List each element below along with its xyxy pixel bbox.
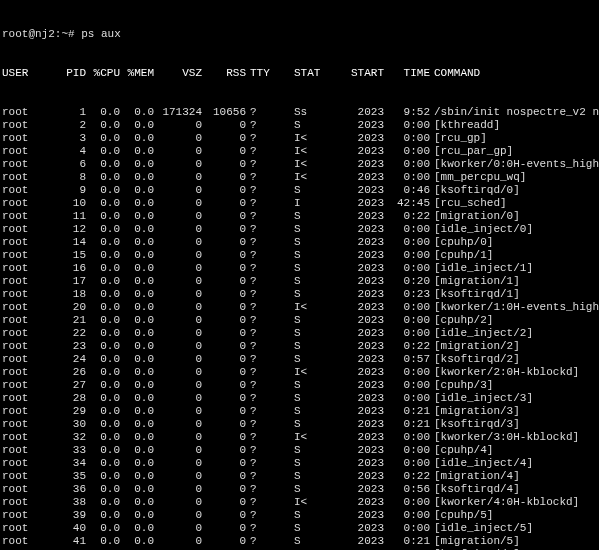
cell-command: [cpuhp/5] <box>430 509 493 522</box>
cell-start: 2023 <box>344 119 384 132</box>
ps-row: root400.00.000?S20230:00[idle_inject/5] <box>2 522 597 535</box>
cell-stat: S <box>268 483 344 496</box>
cell-tty: ? <box>246 119 268 132</box>
cell-cpu: 0.0 <box>86 197 120 210</box>
cell-stat: S <box>268 275 344 288</box>
cell-mem: 0.0 <box>120 197 154 210</box>
cell-mem: 0.0 <box>120 288 154 301</box>
cell-user: root <box>2 301 44 314</box>
cell-time: 42:45 <box>384 197 430 210</box>
cell-cpu: 0.0 <box>86 496 120 509</box>
cell-cpu: 0.0 <box>86 145 120 158</box>
cell-time: 0:56 <box>384 483 430 496</box>
cell-tty: ? <box>246 418 268 431</box>
cell-start: 2023 <box>344 353 384 366</box>
ps-row: root90.00.000?S20230:46[ksoftirqd/0] <box>2 184 597 197</box>
ps-row: root180.00.000?S20230:23[ksoftirqd/1] <box>2 288 597 301</box>
cell-vsz: 0 <box>154 522 202 535</box>
cell-time: 0:00 <box>384 158 430 171</box>
cell-tty: ? <box>246 106 268 119</box>
cell-stat: S <box>268 522 344 535</box>
cell-time: 0:21 <box>384 418 430 431</box>
cell-pid: 8 <box>44 171 86 184</box>
cell-rss: 0 <box>202 535 246 548</box>
cell-vsz: 0 <box>154 509 202 522</box>
cell-vsz: 0 <box>154 288 202 301</box>
cell-vsz: 0 <box>154 470 202 483</box>
cell-user: root <box>2 223 44 236</box>
cell-user: root <box>2 314 44 327</box>
cell-tty: ? <box>246 483 268 496</box>
ps-row: root140.00.000?S20230:00[cpuhp/0] <box>2 236 597 249</box>
cell-tty: ? <box>246 535 268 548</box>
cell-rss: 0 <box>202 431 246 444</box>
cell-cpu: 0.0 <box>86 509 120 522</box>
cell-start: 2023 <box>344 496 384 509</box>
cell-mem: 0.0 <box>120 405 154 418</box>
cell-tty: ? <box>246 158 268 171</box>
cell-mem: 0.0 <box>120 184 154 197</box>
cell-command: [idle_inject/0] <box>430 223 533 236</box>
cell-user: root <box>2 509 44 522</box>
cell-command: [ksoftirqd/1] <box>430 288 520 301</box>
cell-command: [cpuhp/4] <box>430 444 493 457</box>
cell-cpu: 0.0 <box>86 353 120 366</box>
cell-pid: 30 <box>44 418 86 431</box>
cell-tty: ? <box>246 327 268 340</box>
cell-rss: 0 <box>202 223 246 236</box>
cell-command: [migration/0] <box>430 210 520 223</box>
prompt-line[interactable]: root@nj2:~# ps aux <box>2 28 597 41</box>
cell-time: 0:00 <box>384 444 430 457</box>
ps-row: root230.00.000?S20230:22[migration/2] <box>2 340 597 353</box>
cell-stat: S <box>268 353 344 366</box>
ps-row: root30.00.000?I<20230:00[rcu_gp] <box>2 132 597 145</box>
cell-rss: 0 <box>202 522 246 535</box>
cell-time: 0:00 <box>384 392 430 405</box>
cell-tty: ? <box>246 210 268 223</box>
cell-rss: 0 <box>202 366 246 379</box>
cell-vsz: 0 <box>154 249 202 262</box>
cell-rss: 0 <box>202 470 246 483</box>
cell-vsz: 0 <box>154 366 202 379</box>
cell-tty: ? <box>246 262 268 275</box>
cell-stat: S <box>268 535 344 548</box>
cell-start: 2023 <box>344 379 384 392</box>
cell-time: 0:00 <box>384 496 430 509</box>
cell-mem: 0.0 <box>120 444 154 457</box>
cell-time: 0:22 <box>384 340 430 353</box>
cell-rss: 0 <box>202 353 246 366</box>
terminal-output[interactable]: root@nj2:~# ps aux USERPID%CPU%MEMVSZRSS… <box>0 0 599 550</box>
cell-user: root <box>2 340 44 353</box>
cell-command: [ksoftirqd/0] <box>430 184 520 197</box>
ps-row: root360.00.000?S20230:56[ksoftirqd/4] <box>2 483 597 496</box>
ps-row: root170.00.000?S20230:20[migration/1] <box>2 275 597 288</box>
cell-cpu: 0.0 <box>86 301 120 314</box>
cell-stat: I< <box>268 132 344 145</box>
cell-time: 0:00 <box>384 262 430 275</box>
cell-tty: ? <box>246 470 268 483</box>
cell-user: root <box>2 275 44 288</box>
cell-command: [idle_inject/1] <box>430 262 533 275</box>
cell-stat: I< <box>268 158 344 171</box>
cell-vsz: 0 <box>154 210 202 223</box>
cell-command: [kworker/3:0H-kblockd] <box>430 431 579 444</box>
cell-vsz: 0 <box>154 431 202 444</box>
cell-stat: S <box>268 470 344 483</box>
ps-row: root110.00.000?S20230:22[migration/0] <box>2 210 597 223</box>
cell-time: 0:00 <box>384 301 430 314</box>
cell-user: root <box>2 483 44 496</box>
cell-rss: 0 <box>202 197 246 210</box>
cell-user: root <box>2 288 44 301</box>
cell-rss: 0 <box>202 327 246 340</box>
cell-vsz: 0 <box>154 457 202 470</box>
cell-cpu: 0.0 <box>86 444 120 457</box>
ps-header: USERPID%CPU%MEMVSZRSSTTYSTATSTARTTIMECOM… <box>2 67 597 80</box>
cell-stat: I< <box>268 171 344 184</box>
cell-cpu: 0.0 <box>86 522 120 535</box>
cell-command: [kworker/4:0H-kblockd] <box>430 496 579 509</box>
cell-mem: 0.0 <box>120 236 154 249</box>
cell-vsz: 0 <box>154 275 202 288</box>
cell-user: root <box>2 132 44 145</box>
cell-stat: S <box>268 262 344 275</box>
cell-stat: S <box>268 314 344 327</box>
